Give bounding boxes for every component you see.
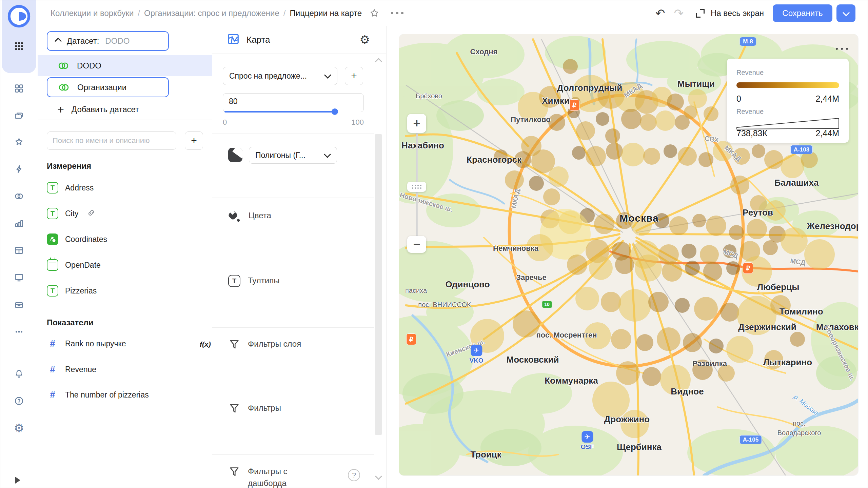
- expand-panel-icon[interactable]: [15, 477, 20, 484]
- field-rank[interactable]: # Rank по выручке: [47, 336, 126, 351]
- breadcrumb-collections[interactable]: Коллекции и воркбуки: [51, 8, 134, 18]
- tooltips-section[interactable]: T Тултипы: [228, 275, 279, 287]
- notifications-bell-icon[interactable]: [0, 364, 38, 384]
- breadcrumb: Коллекции и воркбуки / Организации: спро…: [51, 8, 362, 18]
- scroll-up-icon[interactable]: [375, 58, 382, 65]
- dimensions-title: Измерения: [47, 161, 91, 171]
- save-button[interactable]: Сохранить: [773, 4, 832, 22]
- field-address[interactable]: T Address: [47, 180, 94, 195]
- tooltip-icon: T: [228, 275, 240, 287]
- monitor-icon[interactable]: [0, 267, 38, 288]
- dataset-item-label: DODO: [77, 61, 101, 70]
- zoom-slider-handle[interactable]: [407, 182, 426, 192]
- add-dataset-button[interactable]: + Добавить датасет: [57, 101, 139, 118]
- help-icon[interactable]: ?: [348, 469, 360, 481]
- chevron-down-icon: [324, 151, 331, 158]
- field-search-input[interactable]: [47, 132, 176, 149]
- text-field-icon: T: [47, 208, 58, 219]
- breadcrumb-workbook[interactable]: Организации: спрос и предложение: [144, 8, 279, 18]
- grid-squares-icon[interactable]: [0, 78, 38, 99]
- geotype-select[interactable]: Полигоны (Г...: [249, 147, 337, 164]
- legend-size-max: 2,44М: [816, 128, 839, 138]
- datalens-logo-icon[interactable]: [7, 4, 31, 28]
- dataset-selector-label: Датасет:: [67, 36, 99, 46]
- opacity-value[interactable]: 80: [229, 97, 238, 106]
- dataset-item-organizations[interactable]: Организации: [47, 77, 169, 97]
- dataset-panel: Датасет: DODO DODO Организации + Добавит…: [38, 26, 213, 488]
- fullscreen-icon[interactable]: [696, 9, 705, 18]
- divider: [212, 454, 374, 455]
- plus-icon: +: [57, 104, 64, 115]
- dataset-selector-value: DODO: [105, 36, 130, 46]
- left-nav-sidebar: ⚙: [0, 0, 38, 488]
- panel-scrollbar[interactable]: [375, 134, 382, 435]
- add-field-button[interactable]: +: [185, 131, 203, 150]
- opacity-slider-fill: [224, 111, 335, 113]
- add-layer-button[interactable]: +: [345, 67, 363, 85]
- layer-filters-section[interactable]: Фильтры слоя: [228, 338, 301, 352]
- storage-box-icon[interactable]: [0, 294, 38, 315]
- divider: [212, 198, 374, 198]
- text-field-icon: T: [47, 285, 58, 297]
- map-options-icon[interactable]: [836, 48, 854, 50]
- favorites-star-icon[interactable]: [0, 132, 38, 152]
- more-dots-icon[interactable]: [0, 322, 38, 342]
- dataset-item-dodo[interactable]: DODO: [38, 55, 212, 76]
- legend-size-min: 738,83К: [736, 128, 767, 138]
- bar-chart-icon[interactable]: [0, 213, 38, 233]
- divider: [212, 263, 374, 263]
- fullscreen-label[interactable]: На весь экран: [711, 8, 764, 18]
- field-search: [47, 131, 176, 150]
- map-legend: Revenue 0 2,44M Revenue 738,83К 2,44М: [727, 59, 849, 143]
- funnel-icon: [228, 466, 240, 480]
- visualization-panel: Карта ⚙ Спрос на предложе... + 80 0 100 …: [212, 26, 387, 488]
- opacity-max-label: 100: [223, 118, 364, 127]
- layer-select[interactable]: Спрос на предложе...: [223, 67, 337, 85]
- help-icon[interactable]: [0, 391, 38, 411]
- field-pizzerias[interactable]: T Pizzerias: [47, 283, 97, 298]
- filters-section[interactable]: Фильтры: [228, 402, 281, 416]
- funnel-icon: [228, 402, 240, 416]
- chevron-down-icon: [324, 72, 331, 79]
- colors-section[interactable]: Цвета: [228, 210, 271, 223]
- map-visualization-icon: [227, 33, 240, 47]
- datasets-circles-icon[interactable]: [0, 186, 38, 206]
- geopoint-field-icon: [47, 233, 58, 245]
- link-icon: [87, 208, 96, 219]
- settings-gear-icon[interactable]: ⚙: [0, 418, 38, 438]
- legend-color-title: Revenue: [736, 69, 764, 77]
- collections-folder-icon[interactable]: [0, 105, 38, 126]
- favorite-star-icon[interactable]: [369, 8, 379, 18]
- formula-icon: f(x): [200, 340, 211, 348]
- visualization-header: Карта ⚙: [212, 26, 386, 54]
- dataset-selector[interactable]: Датасет: DODO: [47, 31, 169, 51]
- layer-opacity-control: 80: [223, 93, 364, 112]
- dashboard-filters-section[interactable]: Фильтры с дашборда: [228, 466, 309, 488]
- field-coordinates[interactable]: Coordinates: [47, 232, 107, 247]
- breadcrumb-separator: /: [283, 8, 286, 18]
- legend-size-title: Revenue: [736, 108, 764, 116]
- table-icon[interactable]: [0, 240, 38, 261]
- zoom-out-button[interactable]: −: [407, 236, 426, 253]
- lightning-icon[interactable]: [0, 159, 38, 179]
- paint-bucket-icon: [228, 210, 241, 223]
- field-opendate[interactable]: OpenDate: [47, 258, 101, 272]
- field-number-of-pizzerias[interactable]: # The number of pizzerias: [47, 387, 149, 402]
- more-actions-icon[interactable]: [390, 12, 405, 14]
- field-city[interactable]: T City: [47, 206, 96, 221]
- undo-icon[interactable]: ↶: [655, 7, 665, 19]
- scroll-down-icon[interactable]: [375, 473, 382, 480]
- chart-settings-gear-icon[interactable]: ⚙: [360, 34, 370, 45]
- zoom-in-button[interactable]: +: [407, 114, 426, 133]
- save-dropdown-button[interactable]: [836, 4, 855, 22]
- top-toolbar: Коллекции и воркбуки / Организации: спро…: [38, 0, 868, 26]
- apps-grid-icon[interactable]: [0, 36, 38, 56]
- calendar-field-icon: [47, 259, 58, 271]
- text-field-icon: T: [47, 182, 58, 194]
- opacity-slider[interactable]: [224, 111, 362, 113]
- redo-icon[interactable]: ↷: [674, 7, 684, 19]
- funnel-icon: [228, 338, 240, 352]
- map-canvas[interactable]: СходняБрёховоДолгопрудныйМытищиХимкиПути…: [399, 34, 858, 475]
- opacity-slider-knob[interactable]: [332, 108, 338, 115]
- field-revenue[interactable]: # Revenue: [47, 362, 96, 377]
